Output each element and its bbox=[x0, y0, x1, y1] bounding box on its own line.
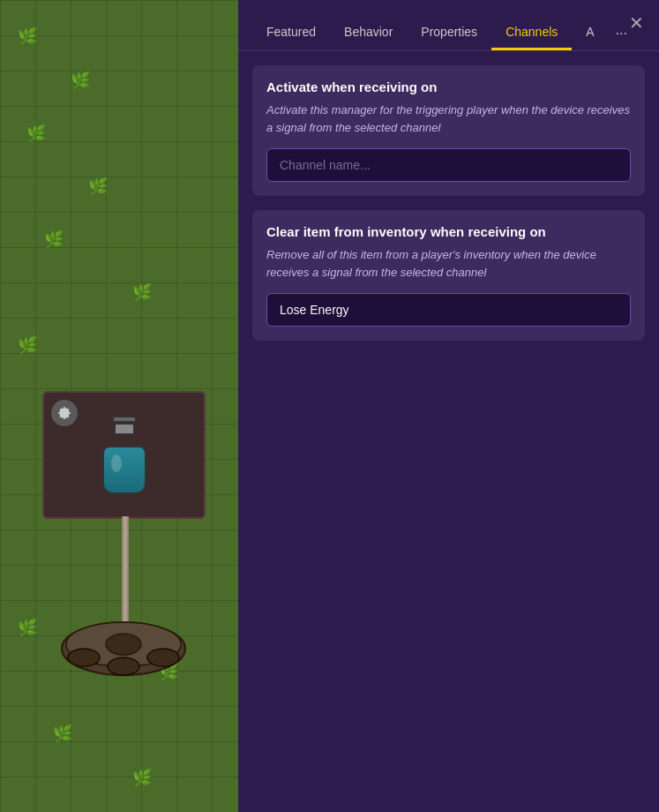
close-button[interactable]: ✕ bbox=[625, 12, 647, 34]
svg-point-4 bbox=[147, 649, 179, 666]
flask-item bbox=[102, 416, 146, 494]
item-base bbox=[57, 613, 190, 684]
item-display-box bbox=[42, 391, 206, 519]
clear-item-card: Clear item from inventory when receiving… bbox=[252, 210, 645, 341]
tab-properties[interactable]: Properties bbox=[407, 16, 491, 50]
tab-behavior[interactable]: Behavior bbox=[330, 16, 407, 50]
tab-a[interactable]: A bbox=[572, 16, 608, 50]
activate-card-description: Activate this manager for the triggering… bbox=[266, 102, 631, 136]
clear-item-channel-value[interactable]: Lose Energy bbox=[266, 293, 631, 327]
clear-item-card-title: Clear item from inventory when receiving… bbox=[266, 224, 631, 239]
tab-channels[interactable]: Channels bbox=[491, 16, 572, 50]
tabs-container: Featured Behavior Properties Channels A … bbox=[252, 16, 645, 50]
activate-channel-input[interactable] bbox=[266, 148, 631, 182]
panel-content: Activate when receiving on Activate this… bbox=[238, 51, 659, 812]
item-pole bbox=[122, 516, 129, 622]
settings-panel: Featured Behavior Properties Channels A … bbox=[238, 0, 659, 812]
panel-header: Featured Behavior Properties Channels A … bbox=[238, 0, 659, 51]
svg-point-2 bbox=[106, 634, 141, 655]
svg-point-3 bbox=[68, 649, 100, 666]
svg-point-5 bbox=[108, 658, 139, 675]
item-gear-icon bbox=[51, 400, 78, 426]
activate-card: Activate when receiving on Activate this… bbox=[252, 65, 645, 196]
clear-item-card-description: Remove all of this item from a player's … bbox=[266, 246, 631, 281]
game-content-area bbox=[0, 0, 238, 812]
tab-featured[interactable]: Featured bbox=[252, 16, 330, 50]
activate-card-title: Activate when receiving on bbox=[266, 79, 631, 94]
